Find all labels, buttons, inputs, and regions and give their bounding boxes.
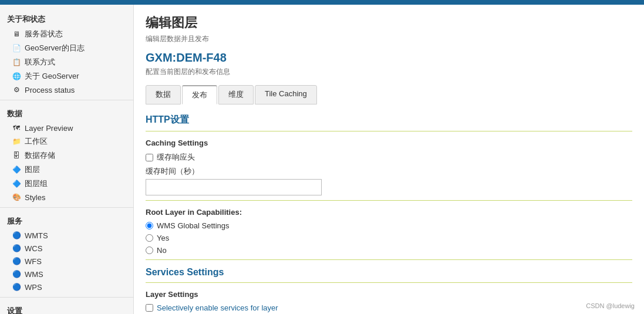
cache-time-row: 缓存时间（秒）	[146, 166, 632, 195]
wcs-icon: 🔵	[12, 244, 21, 253]
layer-groups-icon: 🔷	[12, 179, 21, 188]
server-icon: 🖥	[12, 29, 21, 39]
selectively-label: Selectively enable services for layer	[157, 303, 278, 312]
sidebar-label: WMS	[25, 270, 43, 279]
wfs-icon: 🔵	[12, 256, 21, 266]
cache-header-label: 缓存响应头	[157, 152, 195, 163]
services-section-title: Services Settings	[146, 267, 632, 278]
sidebar-item-about-geoserver[interactable]: 🌐 关于 GeoServer	[0, 69, 133, 83]
layer-desc: 配置当前图层的和发布信息	[146, 67, 632, 77]
radio-row-wms-global: WMS Global Settings	[146, 221, 632, 230]
contact-icon: 📋	[12, 58, 21, 67]
footer-text: CSDN @ludewig	[586, 302, 635, 309]
log-icon: 📄	[12, 43, 21, 53]
radio-wms-global[interactable]	[146, 222, 153, 229]
sidebar-item-process-status[interactable]: ⚙ Process status	[0, 83, 133, 96]
sidebar-label: Layer Preview	[25, 124, 73, 133]
sidebar-label: 联系方式	[25, 57, 55, 67]
sidebar-label: WMTS	[25, 231, 48, 240]
sidebar-item-wmts[interactable]: 🔵 WMTS	[0, 229, 133, 242]
main-layout: 关于和状态 🖥 服务器状态 📄 GeoServer的日志 📋 联系方式 🌐 关于…	[0, 5, 644, 314]
divider-3	[146, 259, 632, 260]
page-subtitle: 编辑层数据并且发布	[146, 34, 632, 44]
sidebar-item-wps[interactable]: 🔵 WPS	[0, 281, 133, 293]
radio-no[interactable]	[146, 247, 153, 254]
sidebar-label: 图层组	[25, 178, 48, 189]
services-divider	[146, 282, 632, 283]
selectively-checkbox[interactable]	[146, 304, 153, 312]
selectively-link[interactable]: Selectively enable services for layer	[157, 303, 278, 312]
tab-tile-caching[interactable]: Tile Caching	[255, 85, 317, 104]
sidebar-divider-2	[0, 207, 133, 208]
sidebar-item-wcs[interactable]: 🔵 WCS	[0, 242, 133, 255]
styles-icon: 🎨	[12, 193, 21, 202]
sidebar-label: Styles	[25, 193, 45, 202]
sidebar-label: 数据存储	[25, 150, 55, 161]
sidebar: 关于和状态 🖥 服务器状态 📄 GeoServer的日志 📋 联系方式 🌐 关于…	[0, 5, 134, 314]
radio-row-no: No	[146, 246, 632, 255]
cache-header-row: 缓存响应头	[146, 152, 632, 163]
sidebar-item-server-status[interactable]: 🖥 服务器状态	[0, 27, 133, 41]
sidebar-divider-3	[0, 297, 133, 298]
sidebar-label: WCS	[25, 244, 42, 253]
sidebar-item-wms[interactable]: 🔵 WMS	[0, 268, 133, 281]
sidebar-item-contact[interactable]: 📋 联系方式	[0, 55, 133, 69]
sidebar-item-layers[interactable]: 🔷 图层	[0, 163, 133, 177]
tab-dimensions[interactable]: 维度	[218, 85, 254, 104]
about-icon: 🌐	[12, 72, 21, 81]
cache-header-checkbox[interactable]	[146, 154, 153, 161]
sidebar-divider-1	[0, 100, 133, 100]
sidebar-label: WPS	[25, 283, 42, 292]
sidebar-section-data: 数据	[0, 104, 133, 121]
sidebar-item-styles[interactable]: 🎨 Styles	[0, 191, 133, 204]
radio-no-label: No	[157, 246, 167, 255]
layer-name: GXM:DEM-F48	[146, 51, 632, 65]
sidebar-label: 工作区	[25, 136, 48, 147]
sidebar-item-data-store[interactable]: 🗄 数据存储	[0, 148, 133, 163]
sidebar-item-layer-groups[interactable]: 🔷 图层组	[0, 177, 133, 191]
top-bar	[0, 0, 644, 5]
main-content: 编辑图层 编辑层数据并且发布 GXM:DEM-F48 配置当前图层的和发布信息 …	[134, 5, 644, 314]
sidebar-item-wfs[interactable]: 🔵 WFS	[0, 255, 133, 268]
http-section-title: HTTP设置	[146, 114, 632, 126]
sidebar-label: 图层	[25, 164, 40, 175]
sidebar-item-workspace[interactable]: 📁 工作区	[0, 134, 133, 148]
layers-icon: 🔷	[12, 165, 21, 174]
layer-settings-label: Layer Settings	[146, 290, 632, 299]
divider-2	[146, 200, 632, 201]
sidebar-label: GeoServer的日志	[25, 43, 85, 53]
tab-publish[interactable]: 发布	[182, 85, 217, 104]
wps-icon: 🔵	[12, 282, 21, 292]
sidebar-item-geoserver-log[interactable]: 📄 GeoServer的日志	[0, 41, 133, 55]
sidebar-label: 关于 GeoServer	[25, 71, 79, 82]
page-title: 编辑图层	[146, 14, 632, 32]
radio-yes-label: Yes	[157, 234, 169, 242]
tabs: 数据 发布 维度 Tile Caching	[146, 85, 632, 104]
sidebar-label: WFS	[25, 257, 42, 266]
cache-time-input[interactable]	[146, 179, 322, 195]
sidebar-section-about: 关于和状态	[0, 9, 133, 27]
data-store-icon: 🗄	[12, 151, 21, 160]
sidebar-section-services: 服务	[0, 211, 133, 229]
wms-icon: 🔵	[12, 269, 21, 279]
http-divider	[146, 131, 632, 131]
radio-wms-global-label: WMS Global Settings	[157, 221, 230, 230]
process-icon: ⚙	[12, 85, 21, 94]
layer-preview-icon: 🗺	[12, 123, 21, 133]
radio-group-root-layer: WMS Global Settings Yes No	[146, 221, 632, 255]
wmts-icon: 🔵	[12, 231, 21, 240]
sidebar-section-settings: 设置	[0, 301, 133, 314]
selectively-row: Selectively enable services for layer	[146, 303, 632, 312]
sidebar-item-layer-preview[interactable]: 🗺 Layer Preview	[0, 121, 133, 134]
radio-yes[interactable]	[146, 234, 153, 242]
cache-time-label: 缓存时间（秒）	[146, 166, 632, 177]
tab-data[interactable]: 数据	[146, 85, 181, 104]
root-layer-label: Root Layer in Capabilities:	[146, 208, 632, 217]
sidebar-label: 服务器状态	[25, 29, 63, 39]
caching-settings-label: Caching Settings	[146, 139, 632, 147]
radio-row-yes: Yes	[146, 234, 632, 242]
workspace-icon: 📁	[12, 137, 21, 146]
sidebar-label: Process status	[25, 86, 75, 94]
